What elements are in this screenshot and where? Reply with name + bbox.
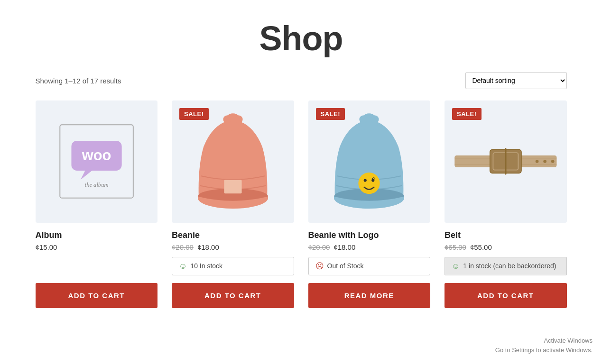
product-name-beanie: Beanie [172, 230, 294, 240]
price-current-belt: ¢55.00 [470, 243, 492, 251]
svg-point-11 [359, 173, 380, 194]
read-more-beanie-logo[interactable]: READ MORE [308, 283, 431, 308]
product-card-beanie-with-logo: SALE! [308, 100, 431, 308]
price-current-beanie-logo: ¢18.00 [333, 243, 355, 251]
price-album: ¢15.00 [36, 243, 158, 251]
add-to-cart-beanie[interactable]: ADD TO CART [172, 283, 294, 308]
stock-text-belt: 1 in stock (can be backordered) [463, 262, 556, 270]
svg-text:woo: woo [81, 147, 111, 164]
svg-marker-2 [80, 171, 92, 180]
svg-point-23 [536, 160, 539, 163]
product-image-beanie-with-logo: SALE! [308, 100, 431, 223]
price-current-beanie: ¢18.00 [197, 243, 219, 251]
products-grid: woo the album Album ¢15.00 ADD TO CART S… [36, 100, 567, 308]
add-to-cart-belt[interactable]: ADD TO CART [445, 283, 567, 308]
svg-text:the album: the album [84, 182, 108, 188]
stock-text-beanie-logo: Out of Stock [327, 262, 364, 270]
add-to-cart-album[interactable]: ADD TO CART [36, 283, 158, 308]
stock-icon-beanie-logo: ☹ [315, 262, 324, 270]
shop-toolbar: Showing 1–12 of 17 results Default sorti… [36, 72, 567, 89]
product-name-beanie-with-logo: Beanie with Logo [308, 230, 431, 240]
svg-point-25 [551, 160, 555, 163]
svg-point-12 [364, 179, 367, 182]
stock-badge-beanie: ☺ 10 In stock [172, 257, 294, 275]
sale-badge-belt: SALE! [452, 108, 482, 120]
sale-badge-beanie: SALE! [179, 108, 209, 120]
sort-select[interactable]: Default sortingSort by popularitySort by… [465, 72, 567, 89]
price-beanie: ¢20.00 ¢18.00 [172, 243, 294, 251]
price-original-beanie: ¢20.00 [172, 243, 194, 251]
stock-icon-belt: ☺ [452, 262, 460, 270]
svg-point-9 [235, 116, 242, 123]
svg-point-24 [543, 160, 546, 163]
svg-point-15 [360, 116, 367, 123]
price-current-album: ¢15.00 [36, 243, 57, 251]
product-card-beanie: SALE! [172, 100, 294, 308]
product-name-album: Album [36, 230, 158, 240]
product-card-album: woo the album Album ¢15.00 ADD TO CART [36, 100, 158, 308]
product-name-belt: Belt [445, 230, 567, 240]
page-title: Shop [36, 0, 567, 72]
price-original-belt: ¢65.00 [445, 243, 466, 251]
svg-rect-6 [224, 180, 241, 194]
stock-badge-beanie-logo: ☹ Out of Stock [308, 257, 431, 275]
product-image-belt: SALE! [445, 100, 567, 223]
svg-point-8 [223, 116, 231, 123]
product-image-beanie: SALE! [172, 100, 294, 223]
stock-text-beanie: 10 In stock [190, 262, 222, 270]
price-beanie-with-logo: ¢20.00 ¢18.00 [308, 243, 431, 251]
sale-badge-beanie-logo: SALE! [316, 108, 345, 120]
product-image-album: woo the album [36, 100, 158, 223]
results-count: Showing 1–12 of 17 results [36, 77, 121, 85]
stock-icon-beanie: ☺ [179, 262, 187, 270]
price-belt: ¢65.00 ¢55.00 [445, 243, 567, 251]
svg-point-16 [371, 116, 379, 123]
price-original-beanie-logo: ¢20.00 [308, 243, 330, 251]
stock-badge-belt: ☺ 1 in stock (can be backordered) [445, 257, 567, 275]
product-card-belt: SALE! Belt [445, 100, 567, 308]
